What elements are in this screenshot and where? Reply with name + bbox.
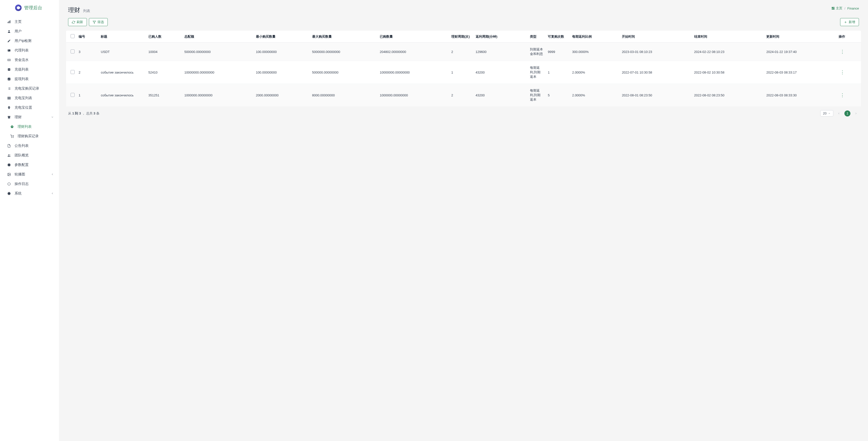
refresh-button[interactable]: 刷新 (68, 18, 87, 26)
sidebar-item-0[interactable]: 主页 (0, 17, 59, 27)
page-header: 理财 列表 主页 / Finance (61, 0, 866, 18)
column-header-13[interactable]: 结束时间 (692, 31, 765, 43)
cell-min: 2000.00000000 (254, 84, 310, 107)
column-header-3[interactable]: 总配额 (182, 31, 254, 43)
sidebar-subitem-10-0[interactable]: 理财列表 (0, 122, 59, 132)
sidebar-item-4[interactable]: 资金流水 (0, 55, 59, 65)
sidebar-item-label: 轮播图 (14, 172, 25, 177)
page-subtitle: 列表 (83, 9, 90, 13)
column-header-10[interactable]: 可复购次数 (546, 31, 570, 43)
cell-end: 2024-02-22 08:10:23 (692, 43, 765, 61)
brand-text: 管理后台 (24, 5, 42, 11)
row-actions-menu[interactable]: ⋮ (839, 93, 846, 98)
column-header-12[interactable]: 开始时间 (620, 31, 692, 43)
sidebar: 管理后台 主页用户用户ip检测代理列表资金流水A充值列表提现列表充电宝购买记录充… (0, 0, 59, 441)
cell-cycle: 2 (449, 43, 474, 61)
cell-end: 2022-08-02 08:23:50 (692, 84, 765, 107)
sidebar-item-label: 提现列表 (14, 77, 29, 81)
row-actions-menu[interactable]: ⋮ (839, 49, 846, 54)
page-size-select[interactable]: 20 (820, 110, 833, 116)
column-header-2[interactable]: 已购人数 (147, 31, 182, 43)
column-header-15[interactable]: 操作 (837, 31, 861, 43)
brand: 管理后台 (0, 0, 59, 15)
sidebar-item-11[interactable]: 公告列表 (0, 141, 59, 150)
select-all-checkbox[interactable] (70, 34, 74, 38)
row-checkbox[interactable] (70, 93, 74, 97)
column-header-4[interactable]: 最小购买数量 (254, 31, 310, 43)
svg-rect-4 (8, 49, 10, 52)
sidebar-item-2[interactable]: 用户ip检测 (0, 36, 59, 46)
sidebar-item-10[interactable]: 理财 (0, 112, 59, 122)
column-header-7[interactable]: 理财周期(次) (449, 31, 474, 43)
column-header-5[interactable]: 最大购买数量 (310, 31, 378, 43)
sidebar-item-1[interactable]: 用户 (0, 27, 59, 36)
sidebar-item-6[interactable]: 提现列表 (0, 74, 59, 84)
svg-rect-2 (10, 20, 10, 23)
cell-quota: 500000.00000000 (182, 43, 254, 61)
svg-point-7 (8, 60, 9, 61)
check-square-icon (7, 77, 11, 81)
column-header-9[interactable]: 类型 (528, 31, 546, 43)
sidebar-item-5[interactable]: A充值列表 (0, 65, 59, 74)
svg-point-3 (8, 30, 10, 31)
cell-title: USDT (99, 43, 146, 61)
cell-repeat: 9999 (546, 43, 570, 61)
svg-marker-32 (93, 21, 96, 23)
cell-bought: 1000000.00000000 (378, 84, 449, 107)
svg-point-26 (9, 155, 10, 156)
filter-button[interactable]: 筛选 (89, 18, 108, 26)
column-header-6[interactable]: 已购数量 (378, 31, 449, 43)
cell-title: событие закончилось (99, 61, 146, 84)
svg-rect-10 (8, 78, 10, 80)
cell-updated: 2024-01-22 19:37:40 (764, 43, 837, 61)
column-header-0[interactable]: 编号 (76, 31, 99, 43)
column-header-14[interactable]: 更新时间 (764, 31, 837, 43)
cell-rebate_cycle: 43200 (474, 84, 528, 107)
table-row: 1событие закончилось3512511000000.000000… (66, 84, 861, 107)
row-checkbox[interactable] (70, 49, 74, 54)
sidebar-item-label: 充电宝位置 (14, 105, 32, 110)
sidebar-item-label: 公告列表 (14, 143, 29, 148)
table-row: 3USDT10004500000.00000000100.00000000500… (66, 43, 861, 61)
column-header-11[interactable]: 每期返利比例 (570, 31, 620, 43)
svg-point-29 (8, 174, 9, 174)
column-header-8[interactable]: 返利周期(分钟) (474, 31, 528, 43)
sidebar-item-12[interactable]: 团队概览 (0, 150, 59, 160)
cell-rebate_cycle: 43200 (474, 61, 528, 84)
cell-max: 8000.00000000 (310, 84, 378, 107)
page-number-1[interactable]: 1 (844, 110, 850, 116)
row-actions-menu[interactable]: ⋮ (839, 70, 846, 75)
cell-updated: 2022-08-03 08:33:30 (764, 84, 837, 107)
cell-start: 2022-08-01 08:23:50 (620, 84, 692, 107)
sidebar-item-13[interactable]: 参数配置 (0, 160, 59, 170)
main-content: 理财 列表 主页 / Finance 刷 (59, 0, 868, 441)
cell-type: 每期返利,到期返本 (528, 84, 546, 107)
cell-ratio: 300.0000% (570, 43, 620, 61)
users-icon (7, 154, 11, 157)
sidebar-item-9[interactable]: 充电宝位置 (0, 103, 59, 112)
sidebar-item-7[interactable]: 充电宝购买记录 (0, 84, 59, 93)
sidebar-item-label: 代理列表 (14, 48, 29, 53)
sidebar-item-16[interactable]: 系统 (0, 189, 59, 198)
plus-icon (844, 21, 847, 24)
next-page-button[interactable] (853, 110, 859, 116)
sidebar-item-3[interactable]: 代理列表 (0, 46, 59, 55)
cell-cycle: 2 (449, 84, 474, 107)
breadcrumb-home[interactable]: 主页 (831, 6, 842, 10)
circle-icon (7, 182, 11, 186)
prev-page-button[interactable] (836, 110, 842, 116)
breadcrumb-current[interactable]: Finance (847, 6, 859, 10)
sidebar-item-15[interactable]: 操作日志 (0, 179, 59, 189)
sidebar-item-label: 系统 (14, 191, 22, 196)
sidebar-item-label: 充值列表 (14, 67, 29, 72)
pagination: 20 1 (820, 110, 859, 116)
chevron-left-icon (51, 192, 54, 195)
sidebar-subitem-10-1[interactable]: 理财购买记录 (0, 132, 59, 141)
sidebar-item-8[interactable]: 充电宝列表 (0, 93, 59, 103)
sidebar-item-14[interactable]: 轮播图 (0, 170, 59, 179)
column-header-1[interactable]: 标题 (99, 31, 146, 43)
list-alt-icon (7, 96, 11, 100)
create-button[interactable]: 新增 (840, 18, 859, 26)
cell-type: 到期返本金和利息 (528, 43, 546, 61)
row-checkbox[interactable] (70, 70, 74, 74)
